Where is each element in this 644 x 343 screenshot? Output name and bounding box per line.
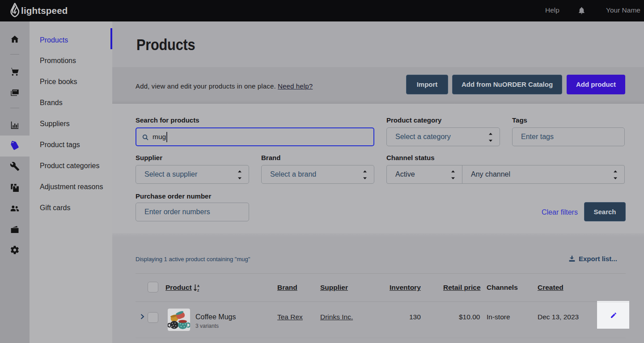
svg-text:A: A: [197, 284, 199, 288]
svg-text:Z: Z: [197, 289, 199, 292]
